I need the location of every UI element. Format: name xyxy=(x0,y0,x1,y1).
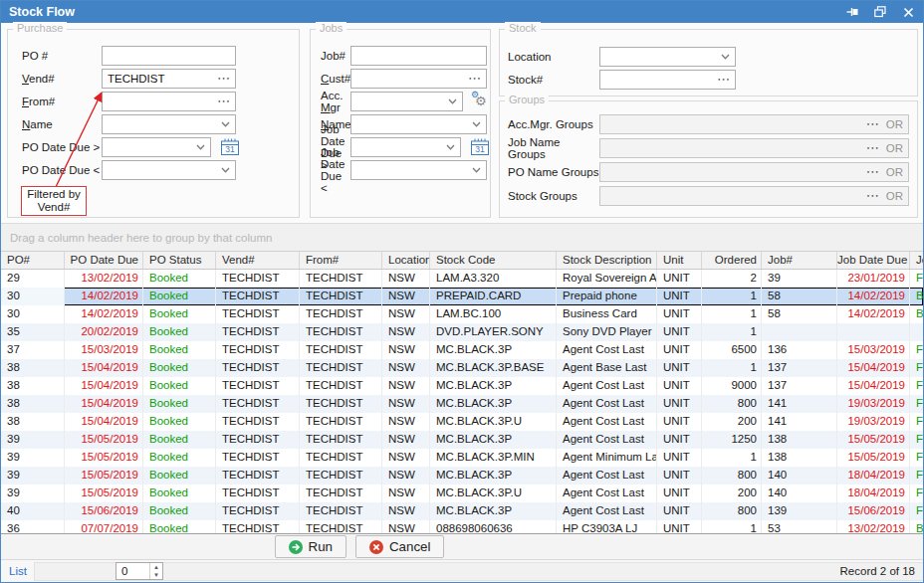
cell[interactable]: MC.BLACK.3P.MIN xyxy=(430,449,557,467)
cell[interactable]: NSW xyxy=(382,288,430,305)
cell[interactable]: 138 xyxy=(762,449,837,467)
cell[interactable]: 15/04/2019 xyxy=(837,359,910,377)
cell[interactable]: UNIT xyxy=(657,323,702,341)
cell[interactable]: 800 xyxy=(702,502,762,520)
cell[interactable]: FI xyxy=(910,449,923,467)
cell[interactable]: Bo xyxy=(910,305,923,323)
cell[interactable]: 39 xyxy=(1,485,65,502)
cell[interactable]: MC.BLACK.3P xyxy=(430,502,557,520)
cell[interactable]: TECHDIST xyxy=(216,323,300,341)
cell[interactable]: 30 xyxy=(1,305,65,323)
cell[interactable]: 15/05/2019 xyxy=(65,485,143,502)
cell[interactable]: 38 xyxy=(1,377,65,395)
cell[interactable]: TECHDIST xyxy=(216,485,300,502)
table-row[interactable]: 3520/02/2019BookedTECHDISTTECHDISTNSWDVD… xyxy=(1,323,923,341)
acc-mgr-input[interactable] xyxy=(350,92,463,111)
table-row[interactable]: 3014/02/2019BookedTECHDISTTECHDISTNSWPRE… xyxy=(1,288,923,305)
cell[interactable]: Agent Cost Last xyxy=(557,431,657,449)
cell[interactable]: 15/03/2019 xyxy=(65,341,143,359)
chevron-down-icon[interactable] xyxy=(446,144,455,150)
cell[interactable]: 14/02/2019 xyxy=(65,305,143,323)
cell[interactable]: 13/02/2019 xyxy=(837,520,910,534)
cell[interactable]: UNIT xyxy=(657,413,702,431)
column-header-ordered[interactable]: Ordered xyxy=(702,252,762,270)
cell[interactable]: 137 xyxy=(762,377,837,395)
cell[interactable]: 19/03/2019 xyxy=(837,413,910,431)
cell[interactable]: 15/06/2019 xyxy=(837,502,910,520)
cell[interactable]: TECHDIST xyxy=(300,520,382,534)
cell[interactable]: TECHDIST xyxy=(216,359,300,377)
cell[interactable]: Sony DVD Player xyxy=(557,323,657,341)
chevron-down-icon[interactable] xyxy=(721,54,730,60)
cell[interactable]: MC.BLACK.3P xyxy=(430,467,557,485)
cell[interactable]: 18/04/2019 xyxy=(837,467,910,485)
cell[interactable]: TECHDIST xyxy=(216,305,300,323)
cell[interactable]: Booked xyxy=(143,449,216,467)
cell[interactable]: TECHDIST xyxy=(216,449,300,467)
cell[interactable]: Booked xyxy=(143,288,216,305)
job-date-due-input[interactable] xyxy=(350,160,487,180)
cell[interactable]: NSW xyxy=(382,431,430,449)
cell[interactable]: NSW xyxy=(382,323,430,341)
cell[interactable]: 1 xyxy=(702,323,762,341)
cell[interactable]: NSW xyxy=(382,395,430,413)
cell[interactable]: FI xyxy=(910,359,923,377)
cell[interactable]: NSW xyxy=(382,305,430,323)
chevron-down-icon[interactable] xyxy=(472,121,481,127)
cell[interactable]: Agent Minimum Last xyxy=(557,449,657,467)
cell[interactable]: TECHDIST xyxy=(300,485,382,502)
spinner-up-icon[interactable]: ▲ xyxy=(150,563,162,571)
cell[interactable]: MC.BLACK.3P.BASE xyxy=(430,359,557,377)
column-header-job[interactable]: Job# xyxy=(762,252,837,270)
cell[interactable]: TECHDIST xyxy=(300,323,382,341)
column-header-vend[interactable]: Vend# xyxy=(216,252,300,270)
cell[interactable]: 35 xyxy=(1,323,65,341)
cell[interactable]: MC.BLACK.3P.U xyxy=(430,413,557,431)
column-header-location[interactable]: Location xyxy=(382,252,430,270)
cell[interactable]: 800 xyxy=(702,395,762,413)
cell[interactable]: Agent Cost Last xyxy=(557,395,657,413)
cell[interactable]: 19/03/2019 xyxy=(837,395,910,413)
cell[interactable] xyxy=(910,323,923,341)
cell[interactable]: 15/03/2019 xyxy=(837,341,910,359)
cell[interactable]: 1 xyxy=(702,305,762,323)
cell[interactable]: TECHDIST xyxy=(300,502,382,520)
cell[interactable]: 140 xyxy=(762,485,837,502)
cell[interactable]: FI xyxy=(910,502,923,520)
cell[interactable]: Bo xyxy=(910,520,923,534)
table-row[interactable]: 2913/02/2019BookedTECHDISTTECHDISTNSWLAM… xyxy=(1,270,923,288)
from-input[interactable]: ⋯ xyxy=(102,92,236,111)
cell[interactable]: 1 xyxy=(702,449,762,467)
cell[interactable]: NSW xyxy=(382,413,430,431)
chevron-down-icon[interactable] xyxy=(221,121,230,127)
cell[interactable]: 15/04/2019 xyxy=(65,359,143,377)
table-row[interactable]: 4015/06/2019BookedTECHDISTTECHDISTNSWMC.… xyxy=(1,502,923,520)
column-header-jo[interactable]: Jo xyxy=(910,252,923,270)
cell[interactable]: 800 xyxy=(702,467,762,485)
cell[interactable]: Agent Cost Last xyxy=(557,485,657,502)
cell[interactable]: 40 xyxy=(1,502,65,520)
table-row[interactable]: 3607/07/2019BookedTECHDISTTECHDISTNSW088… xyxy=(1,520,923,534)
chevron-down-icon[interactable] xyxy=(196,144,205,150)
gears-icon[interactable]: ⚙⚙ xyxy=(468,93,488,110)
cell[interactable]: UNIT xyxy=(657,485,702,502)
cell[interactable]: TECHDIST xyxy=(300,341,382,359)
cell[interactable]: FI xyxy=(910,431,923,449)
cell[interactable]: Booked xyxy=(143,485,216,502)
cell[interactable]: UNIT xyxy=(657,502,702,520)
cell[interactable]: MC.BLACK.3P xyxy=(430,431,557,449)
table-row[interactable]: 3915/05/2019BookedTECHDISTTECHDISTNSWMC.… xyxy=(1,485,923,502)
cell[interactable]: NSW xyxy=(382,485,430,502)
cell[interactable]: PREPAID.CARD xyxy=(430,288,557,305)
cell[interactable]: 58 xyxy=(762,288,837,305)
chevron-down-icon[interactable] xyxy=(221,167,230,173)
cell[interactable]: 6500 xyxy=(702,341,762,359)
calendar-icon[interactable]: 31 xyxy=(220,138,240,156)
chevron-down-icon[interactable] xyxy=(448,98,457,104)
cell[interactable]: TECHDIST xyxy=(216,467,300,485)
vend-input[interactable]: TECHDIST⋯ xyxy=(102,69,236,89)
pin-icon[interactable] xyxy=(845,6,859,18)
cell[interactable]: UNIT xyxy=(657,395,702,413)
cell[interactable]: MC.BLACK.3P xyxy=(430,395,557,413)
cell[interactable]: 07/07/2019 xyxy=(65,520,143,534)
